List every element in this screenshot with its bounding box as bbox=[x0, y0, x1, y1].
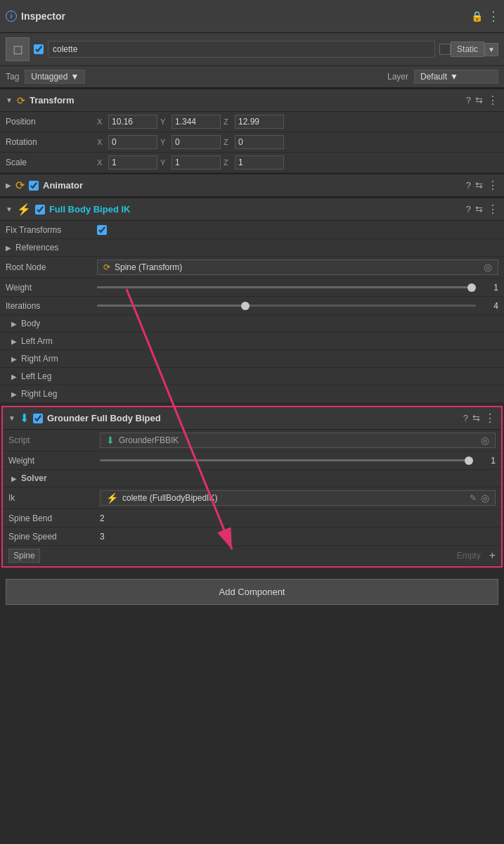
scale-z-input[interactable] bbox=[235, 155, 284, 170]
iterations-thumb[interactable] bbox=[241, 302, 250, 310]
solver-row[interactable]: ▶ Solver bbox=[3, 470, 501, 487]
fbbik-more-icon[interactable]: ⋮ bbox=[487, 203, 498, 216]
iterations-track[interactable] bbox=[97, 305, 476, 307]
right-arm-row[interactable]: ▶ Right Arm bbox=[0, 350, 504, 368]
inspector-info-icon: i bbox=[6, 11, 17, 22]
animator-tune-icon[interactable]: ⇆ bbox=[475, 180, 483, 191]
scale-y-input[interactable] bbox=[172, 155, 221, 170]
fbbik-header[interactable]: ▼ ⚡ Full Body Biped IK ? ⇆ ⋮ bbox=[0, 198, 504, 221]
body-arrow: ▶ bbox=[11, 320, 17, 328]
root-node-row: Root Node ⟳ Spine (Transform) ◎ bbox=[0, 257, 504, 279]
references-row[interactable]: ▶ References bbox=[0, 239, 504, 257]
layer-select[interactable]: Default ▼ bbox=[414, 70, 498, 84]
static-dropdown-arrow[interactable]: ▼ bbox=[484, 43, 498, 56]
spine-bend-value: 2 bbox=[100, 513, 105, 523]
fbbik-help-icon[interactable]: ? bbox=[466, 204, 471, 215]
inspector-title: Inspector bbox=[21, 11, 467, 22]
transform-title: Transform bbox=[30, 95, 462, 106]
spine-array-label: Spine bbox=[8, 549, 40, 563]
script-field[interactable]: ⬇ GrounderFBBIK ◎ bbox=[100, 433, 496, 448]
object-icon-box: ◻ bbox=[6, 37, 30, 61]
rot-z-input[interactable] bbox=[235, 135, 284, 149]
root-node-label: Root Node bbox=[6, 262, 97, 272]
transform-tune-icon[interactable]: ⇆ bbox=[475, 95, 483, 106]
grounder-weight-value: 1 bbox=[479, 456, 496, 466]
left-leg-label: Left Leg bbox=[21, 371, 51, 381]
lock-icon[interactable]: 🔒 bbox=[471, 11, 483, 22]
fbbik-weight-value: 1 bbox=[482, 283, 498, 293]
animator-help-icon[interactable]: ? bbox=[466, 180, 471, 191]
layer-dropdown-arrow: ▼ bbox=[450, 72, 458, 82]
scale-row: Scale X Y Z bbox=[0, 153, 504, 173]
transform-help-icon[interactable]: ? bbox=[466, 95, 471, 106]
animator-header[interactable]: ▶ ⟳ Animator ? ⇆ ⋮ bbox=[0, 174, 504, 197]
tag-select[interactable]: Untagged ▼ bbox=[25, 70, 85, 84]
static-button[interactable]: Static bbox=[451, 41, 484, 57]
tag-dropdown-arrow: ▼ bbox=[70, 72, 79, 82]
grounder-more-icon[interactable]: ⋮ bbox=[484, 411, 496, 425]
script-icon: ⬇ bbox=[106, 435, 115, 446]
root-node-value: Spine (Transform) bbox=[115, 262, 182, 272]
left-leg-row[interactable]: ▶ Left Leg bbox=[0, 368, 504, 385]
fbbik-weight-track[interactable] bbox=[97, 286, 476, 288]
grounder-tune-icon[interactable]: ⇆ bbox=[472, 413, 480, 423]
script-circle-btn[interactable]: ◎ bbox=[481, 435, 489, 446]
iterations-row: Iterations 4 bbox=[0, 297, 504, 315]
animator-checkbox[interactable] bbox=[29, 181, 39, 191]
rot-x-label: X bbox=[97, 138, 105, 146]
left-leg-arrow: ▶ bbox=[11, 373, 17, 381]
animator-more-icon[interactable]: ⋮ bbox=[487, 179, 498, 192]
ik-row: Ik ⚡ colette (FullBodyBipedIK) ✎ ◎ bbox=[3, 487, 501, 509]
spine-array-row: Spine Empty + bbox=[3, 546, 501, 566]
object-name-input[interactable] bbox=[48, 41, 435, 58]
transform-more-icon[interactable]: ⋮ bbox=[487, 94, 498, 107]
scale-x-input[interactable] bbox=[108, 155, 157, 170]
grounder-checkbox[interactable] bbox=[33, 414, 43, 423]
pos-z-input[interactable] bbox=[235, 115, 284, 129]
pos-x-input[interactable] bbox=[108, 115, 157, 129]
body-label: Body bbox=[21, 319, 40, 328]
grounder-weight-track[interactable] bbox=[100, 459, 473, 461]
tag-value: Untagged bbox=[31, 72, 67, 82]
rot-y-input[interactable] bbox=[172, 135, 221, 149]
ik-field[interactable]: ⚡ colette (FullBodyBipedIK) ✎ ◎ bbox=[100, 490, 496, 506]
grounder-weight-thumb[interactable] bbox=[465, 456, 473, 465]
grounder-section: ▼ ⬇ Grounder Full Body Biped ? ⇆ ⋮ Scrip… bbox=[1, 406, 503, 568]
rot-y-label: Y bbox=[160, 138, 169, 146]
right-leg-row[interactable]: ▶ Right Leg bbox=[0, 385, 504, 403]
fbbik-checkbox[interactable] bbox=[35, 205, 45, 215]
tag-label: Tag bbox=[6, 72, 19, 82]
fbbik-tune-icon[interactable]: ⇆ bbox=[475, 204, 483, 215]
script-label: Script bbox=[8, 435, 100, 445]
grounder-help-icon[interactable]: ? bbox=[463, 413, 468, 423]
ik-edit-btn[interactable]: ✎ bbox=[470, 493, 477, 503]
root-node-circle-btn[interactable]: ◎ bbox=[484, 262, 492, 273]
transform-section: ▼ ⟳ Transform ? ⇆ ⋮ Position X Y Z Rotat… bbox=[0, 88, 504, 173]
body-row[interactable]: ▶ Body bbox=[0, 315, 504, 333]
right-leg-arrow: ▶ bbox=[11, 390, 17, 398]
grounder-header[interactable]: ▼ ⬇ Grounder Full Body Biped ? ⇆ ⋮ bbox=[3, 407, 501, 430]
root-node-icon: ⟳ bbox=[103, 262, 110, 272]
spine-add-btn[interactable]: + bbox=[489, 549, 496, 562]
pos-x-label: X bbox=[97, 117, 105, 126]
left-arm-row[interactable]: ▶ Left Arm bbox=[0, 333, 504, 350]
object-active-checkbox[interactable] bbox=[34, 44, 44, 54]
pos-y-label: Y bbox=[160, 117, 169, 126]
solver-label: Solver bbox=[21, 473, 47, 483]
root-node-field[interactable]: ⟳ Spine (Transform) ◎ bbox=[97, 260, 498, 275]
transform-icon: ⟳ bbox=[17, 95, 25, 106]
fbbik-weight-row: Weight 1 bbox=[0, 279, 504, 297]
pos-y-input[interactable] bbox=[172, 115, 221, 129]
fbbik-weight-thumb[interactable] bbox=[467, 283, 476, 292]
rot-x-input[interactable] bbox=[108, 135, 157, 149]
solver-arrow: ▶ bbox=[11, 475, 17, 482]
more-options-icon[interactable]: ⋮ bbox=[487, 8, 498, 24]
add-component-button[interactable]: Add Component bbox=[6, 579, 498, 605]
ik-circle-btn[interactable]: ◎ bbox=[481, 492, 489, 504]
fbbik-title: Full Body Biped IK bbox=[49, 204, 462, 215]
spine-bend-label: Spine Bend bbox=[8, 513, 100, 523]
fbbik-collapse-arrow: ▼ bbox=[6, 205, 13, 213]
transform-header[interactable]: ▼ ⟳ Transform ? ⇆ ⋮ bbox=[0, 89, 504, 112]
grounder-icon: ⬇ bbox=[20, 411, 29, 425]
fix-transforms-checkbox[interactable] bbox=[97, 225, 107, 235]
